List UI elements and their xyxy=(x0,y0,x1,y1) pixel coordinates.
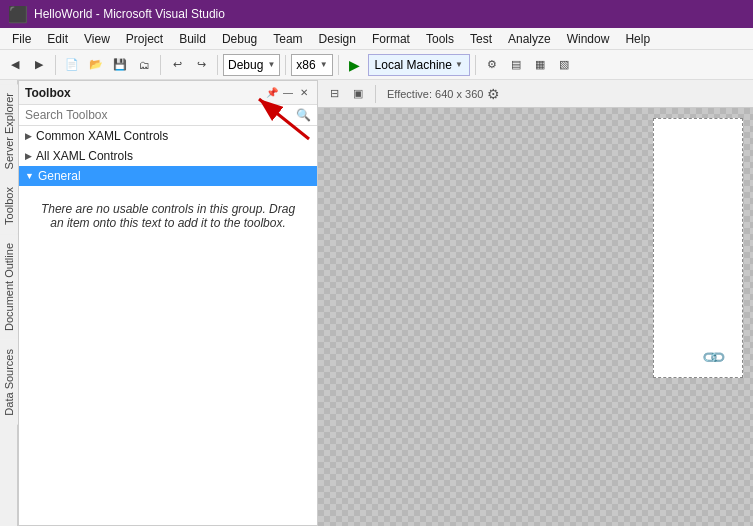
side-tab-data-sources[interactable]: Data Sources xyxy=(0,340,18,425)
canvas-area: ⊟ ▣ Effective: 640 x 360 ⚙ 🔗 xyxy=(318,80,753,526)
toolbox-header-buttons: 📌 — ✕ xyxy=(265,86,311,100)
debug-label: Debug xyxy=(228,58,263,72)
platform-label: x86 xyxy=(296,58,315,72)
category-general[interactable]: ▼ General xyxy=(19,166,317,186)
effective-size-label: Effective: 640 x 360 xyxy=(387,88,483,100)
local-machine-label: Local Machine xyxy=(375,58,452,72)
sep5 xyxy=(338,55,339,75)
category-all-xaml[interactable]: ▶ All XAML Controls xyxy=(19,146,317,166)
side-tab-server-explorer[interactable]: Server Explorer xyxy=(0,84,18,178)
sep2 xyxy=(160,55,161,75)
left-tabs: Server Explorer Toolbox Document Outline… xyxy=(0,80,18,526)
menu-item-build[interactable]: Build xyxy=(171,30,214,48)
debug-dropdown[interactable]: Debug ▼ xyxy=(223,54,280,76)
open-btn[interactable]: 📂 xyxy=(85,54,107,76)
sep6 xyxy=(475,55,476,75)
toolbox-empty-message: There are no usable controls in this gro… xyxy=(19,186,317,246)
menu-item-help[interactable]: Help xyxy=(617,30,658,48)
menu-item-format[interactable]: Format xyxy=(364,30,418,48)
menu-item-tools[interactable]: Tools xyxy=(418,30,462,48)
local-machine-btn[interactable]: Local Machine ▼ xyxy=(368,54,470,76)
toolbox-header: Toolbox 📌 — ✕ xyxy=(19,81,317,105)
pin-btn[interactable]: 📌 xyxy=(265,86,279,100)
title-bar: ⬛ HelloWorld - Microsoft Visual Studio xyxy=(0,0,753,28)
forward-btn[interactable]: ▶ xyxy=(28,54,50,76)
minimize-btn[interactable]: — xyxy=(281,86,295,100)
toolbox-panel: Toolbox 📌 — ✕ 🔍 ▶ Common XAML Controls ▶… xyxy=(18,80,318,526)
canvas-view-btn2[interactable]: ▣ xyxy=(348,84,368,104)
menu-item-project[interactable]: Project xyxy=(118,30,171,48)
misc-btn1[interactable]: ⚙ xyxy=(481,54,503,76)
platform-arrow: ▼ xyxy=(320,60,328,69)
vs-icon: ⬛ xyxy=(8,5,28,24)
sep4 xyxy=(285,55,286,75)
main-layout: Server Explorer Toolbox Document Outline… xyxy=(0,80,753,526)
menu-item-debug[interactable]: Debug xyxy=(214,30,265,48)
misc-btn2[interactable]: ▤ xyxy=(505,54,527,76)
category-label-general: General xyxy=(38,169,81,183)
sep3 xyxy=(217,55,218,75)
undo-btn[interactable]: ↩ xyxy=(166,54,188,76)
design-surface: 🔗 xyxy=(653,118,743,378)
expand-arrow-general: ▼ xyxy=(25,171,34,181)
search-icon: 🔍 xyxy=(296,108,311,122)
menu-item-view[interactable]: View xyxy=(76,30,118,48)
canvas-settings-icon[interactable]: ⚙ xyxy=(487,86,500,102)
menu-item-test[interactable]: Test xyxy=(462,30,500,48)
platform-dropdown[interactable]: x86 ▼ xyxy=(291,54,332,76)
toolbox-search: 🔍 xyxy=(19,105,317,126)
category-common-xaml[interactable]: ▶ Common XAML Controls xyxy=(19,126,317,146)
link-icon: 🔗 xyxy=(700,344,728,372)
new-btn[interactable]: 📄 xyxy=(61,54,83,76)
menu-item-file[interactable]: File xyxy=(4,30,39,48)
canvas-toolbar: ⊟ ▣ Effective: 640 x 360 ⚙ xyxy=(318,80,753,108)
category-label-all: All XAML Controls xyxy=(36,149,133,163)
close-btn[interactable]: ✕ xyxy=(297,86,311,100)
expand-arrow-common: ▶ xyxy=(25,131,32,141)
menu-item-window[interactable]: Window xyxy=(559,30,618,48)
menu-item-edit[interactable]: Edit xyxy=(39,30,76,48)
back-btn[interactable]: ◀ xyxy=(4,54,26,76)
misc-btn4[interactable]: ▧ xyxy=(553,54,575,76)
save-all-btn[interactable]: 🗂 xyxy=(133,54,155,76)
search-input[interactable] xyxy=(25,108,292,122)
canvas-view-btn1[interactable]: ⊟ xyxy=(324,84,344,104)
expand-arrow-all: ▶ xyxy=(25,151,32,161)
menu-item-design[interactable]: Design xyxy=(311,30,364,48)
save-btn[interactable]: 💾 xyxy=(109,54,131,76)
side-tab-toolbox[interactable]: Toolbox xyxy=(0,178,18,234)
misc-btn3[interactable]: ▦ xyxy=(529,54,551,76)
toolbox-title: Toolbox xyxy=(25,86,71,100)
menu-item-analyze[interactable]: Analyze xyxy=(500,30,559,48)
local-machine-arrow: ▼ xyxy=(455,60,463,69)
play-btn[interactable]: ▶ xyxy=(344,54,366,76)
toolbox-items: ▶ Common XAML Controls ▶ All XAML Contro… xyxy=(19,126,317,525)
canvas-content[interactable]: 🔗 xyxy=(318,108,753,526)
debug-arrow: ▼ xyxy=(267,60,275,69)
toolbar: ◀ ▶ 📄 📂 💾 🗂 ↩ ↪ Debug ▼ x86 ▼ ▶ Local Ma… xyxy=(0,50,753,80)
title-bar-text: HelloWorld - Microsoft Visual Studio xyxy=(34,7,225,21)
side-tab-document-outline[interactable]: Document Outline xyxy=(0,234,18,340)
redo-btn[interactable]: ↪ xyxy=(190,54,212,76)
menu-bar: FileEditViewProjectBuildDebugTeamDesignF… xyxy=(0,28,753,50)
sep1 xyxy=(55,55,56,75)
category-label-common: Common XAML Controls xyxy=(36,129,168,143)
canvas-sep xyxy=(375,85,376,103)
menu-item-team[interactable]: Team xyxy=(265,30,310,48)
